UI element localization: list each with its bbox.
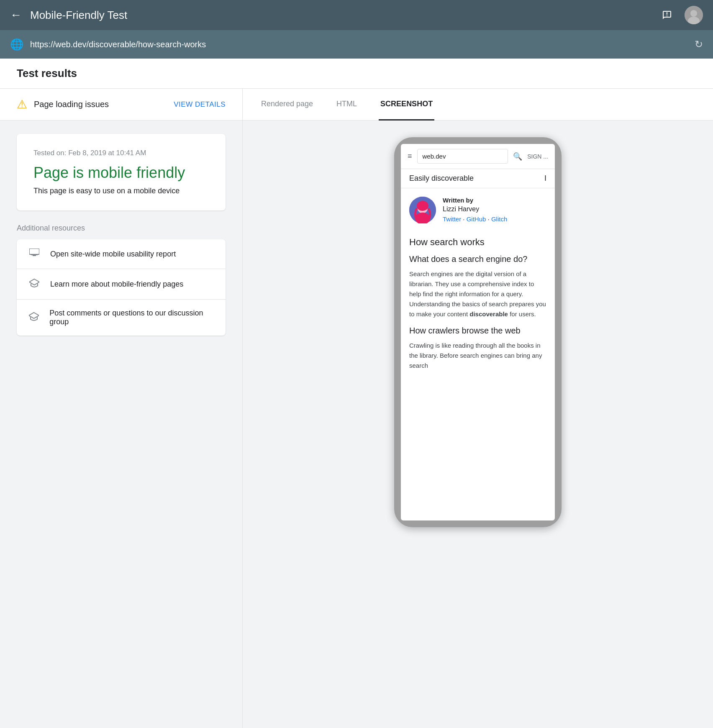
tab-html[interactable]: HTML	[335, 89, 359, 120]
author-name: Lizzi Harvey	[443, 205, 546, 213]
written-by-label: Written by	[443, 197, 546, 204]
twitter-link[interactable]: Twitter	[443, 215, 461, 223]
right-panel: Rendered page HTML SCREENSHOT ≡ web.dev …	[243, 89, 713, 728]
resource-item-usability[interactable]: Open site-wide mobile usability report	[17, 239, 226, 269]
section-label: Easily discoverable	[409, 174, 474, 183]
tab-screenshot[interactable]: SCREENSHOT	[379, 89, 434, 120]
author-section: Written by Lizzi Harvey Twitter · GitHub…	[401, 188, 555, 232]
resource-item-learn[interactable]: Learn more about mobile-friendly pages	[17, 269, 226, 300]
resource-text-usability: Open site-wide mobile usability report	[50, 250, 176, 259]
test-results-header: Test results	[0, 59, 713, 89]
section-indicator: I	[544, 174, 546, 183]
left-panel: ⚠ Page loading issues VIEW DETAILS Teste…	[0, 89, 243, 728]
article-h2-2: How crawlers browse the web	[409, 326, 546, 336]
sep1: ·	[463, 215, 466, 223]
url-bar: 🌐 ↻	[0, 30, 713, 59]
test-results-title: Test results	[17, 67, 77, 79]
author-info: Written by Lizzi Harvey Twitter · GitHub…	[443, 197, 546, 223]
svg-rect-5	[33, 255, 36, 256]
mobile-friendly-description: This page is easy to use on a mobile dev…	[33, 187, 209, 195]
author-avatar	[409, 197, 436, 223]
phone-section-title: Easily discoverable I	[401, 169, 555, 188]
phone-screen: ≡ web.dev 🔍 SIGN ... Easily discoverable…	[401, 144, 555, 520]
article-p2: Crawling is like reading through all the…	[409, 341, 546, 371]
phone-sign-button: SIGN ...	[527, 153, 548, 160]
phone-mockup: ≡ web.dev 🔍 SIGN ... Easily discoverable…	[394, 137, 562, 527]
header-icons	[658, 6, 703, 24]
article-section: How search works What does a search engi…	[401, 232, 555, 382]
resource-item-discussion[interactable]: Post comments or questions to our discus…	[17, 300, 226, 336]
tested-on: Tested on: Feb 8, 2019 at 10:41 AM	[33, 149, 209, 157]
back-button[interactable]: ←	[10, 8, 22, 22]
resource-text-discussion: Post comments or questions to our discus…	[49, 309, 214, 326]
sep2: ·	[488, 215, 491, 223]
article-p1-bold: discoverable	[469, 310, 508, 318]
discussion-icon	[28, 312, 39, 323]
phone-url-bar: web.dev	[417, 149, 508, 164]
additional-resources: Additional resources Open site-wide mobi…	[17, 224, 226, 336]
tab-rendered-page[interactable]: Rendered page	[259, 89, 315, 120]
mobile-friendly-title: Page is mobile friendly	[33, 164, 209, 182]
tabs-bar: Rendered page HTML SCREENSHOT	[243, 89, 713, 120]
globe-icon: 🌐	[10, 38, 23, 51]
issues-bar: ⚠ Page loading issues VIEW DETAILS	[0, 89, 242, 120]
glitch-link[interactable]: Glitch	[491, 215, 507, 223]
url-input[interactable]	[30, 40, 688, 49]
usability-icon	[28, 249, 40, 259]
hamburger-icon: ≡	[408, 152, 412, 161]
main-content: ⚠ Page loading issues VIEW DETAILS Teste…	[0, 89, 713, 728]
app-title: Mobile-Friendly Test	[30, 9, 658, 22]
warning-icon: ⚠	[17, 97, 27, 111]
feedback-button[interactable]	[658, 6, 676, 24]
article-h2: What does a search engine do?	[409, 254, 546, 264]
svg-point-1	[690, 10, 697, 17]
phone-search-icon: 🔍	[513, 152, 522, 161]
svg-rect-3	[29, 249, 39, 254]
phone-area: ≡ web.dev 🔍 SIGN ... Easily discoverable…	[243, 120, 713, 544]
svg-rect-4	[31, 254, 38, 255]
svg-point-11	[417, 201, 428, 211]
resource-text-learn: Learn more about mobile-friendly pages	[50, 280, 183, 289]
phone-nav: ≡ web.dev 🔍 SIGN ...	[401, 144, 555, 169]
issues-text: Page loading issues	[34, 100, 167, 109]
result-card: Tested on: Feb 8, 2019 at 10:41 AM Page …	[17, 134, 226, 210]
article-h1: How search works	[409, 237, 546, 248]
app-header: ← Mobile-Friendly Test	[0, 0, 713, 30]
author-links: Twitter · GitHub · Glitch	[443, 215, 546, 223]
user-avatar[interactable]	[685, 6, 703, 24]
article-p1-end: for users.	[508, 310, 536, 318]
refresh-button[interactable]: ↻	[695, 38, 703, 50]
resource-card: Open site-wide mobile usability report L…	[17, 239, 226, 336]
additional-resources-title: Additional resources	[17, 224, 226, 233]
github-link[interactable]: GitHub	[467, 215, 486, 223]
article-p1: Search engines are the digital version o…	[409, 269, 546, 319]
view-details-button[interactable]: VIEW DETAILS	[174, 100, 226, 109]
learn-icon	[28, 278, 40, 290]
